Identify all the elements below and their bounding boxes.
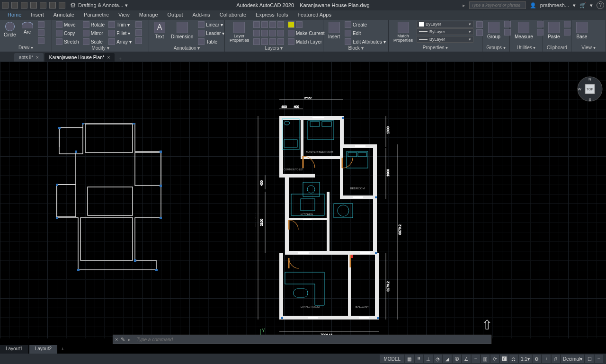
base-button[interactable]: Base xyxy=(574,21,589,40)
qat-save-icon[interactable] xyxy=(21,2,27,9)
copy-button[interactable]: Copy xyxy=(55,29,80,37)
close-icon[interactable]: × xyxy=(115,337,118,342)
cycling-toggle[interactable]: ⟳ xyxy=(490,355,499,363)
measure-button[interactable]: Measure xyxy=(513,21,535,40)
leader-button[interactable]: Leader▾ xyxy=(197,29,225,37)
match-button[interactable]: Match Properties xyxy=(392,21,415,44)
fillet-button[interactable]: Fillet▾ xyxy=(107,29,133,37)
exchange-icon[interactable]: ▾ xyxy=(573,2,576,9)
snap-toggle[interactable]: ⠿ xyxy=(415,355,423,363)
scale-button[interactable]: Scale xyxy=(82,38,106,45)
menu-addins[interactable]: Add-ins xyxy=(188,10,215,20)
menu-output[interactable]: Output xyxy=(163,10,188,20)
panel-layers-title[interactable]: Layers ▾ xyxy=(228,45,320,52)
cut-icon[interactable] xyxy=(564,21,570,27)
signin-icon[interactable]: 👤 xyxy=(530,2,536,9)
panel-annotation-title[interactable]: Annotation ▾ xyxy=(152,45,222,52)
array-button[interactable]: Array▾ xyxy=(107,38,133,45)
matchlayer-button[interactable]: Match Layer xyxy=(287,38,326,45)
lyr-c-icon[interactable] xyxy=(269,21,276,28)
cart-icon[interactable]: 🛒 xyxy=(579,2,586,9)
layer-combo[interactable] xyxy=(287,21,326,28)
lyr-i-icon[interactable] xyxy=(253,38,260,45)
ws-toggle[interactable]: ⚙ xyxy=(533,355,541,363)
lyr-l-icon[interactable] xyxy=(277,38,284,45)
polar-toggle[interactable]: ◔ xyxy=(434,355,442,363)
mirror-button[interactable]: Mirror xyxy=(82,29,106,37)
stretch-button[interactable]: Stretch xyxy=(55,38,80,45)
annomon-toggle[interactable]: 🅰 xyxy=(500,355,508,363)
ortho-toggle[interactable]: ⊥ xyxy=(424,355,433,363)
menu-home[interactable]: Home xyxy=(3,10,26,20)
move-button[interactable]: Move xyxy=(55,21,80,28)
lwt-toggle[interactable]: ≡ xyxy=(472,355,480,363)
lyr-f-icon[interactable] xyxy=(261,30,268,36)
lyr-h-icon[interactable] xyxy=(277,30,284,36)
otrack-toggle[interactable]: ∠ xyxy=(462,355,471,363)
circle-button[interactable]: Circle xyxy=(2,21,18,38)
add-tab-button[interactable]: + xyxy=(116,56,124,62)
makecurrent-button[interactable]: Make Current xyxy=(287,29,326,37)
drawing-canvas[interactable]: 5400 400 400 7096.11 11779.04 450 2100 8… xyxy=(0,62,606,338)
panel-groups-title[interactable]: Groups ▾ xyxy=(485,45,507,52)
lyr-a-icon[interactable] xyxy=(253,21,260,28)
menu-manage[interactable]: Manage xyxy=(134,10,163,20)
panel-view-title[interactable]: View ▾ xyxy=(574,45,603,52)
add-layout-button[interactable]: + xyxy=(58,345,67,354)
menu-annotate[interactable]: Annotate xyxy=(49,10,79,20)
wrench-icon[interactable]: ✎ xyxy=(121,337,125,343)
mod-misc-3[interactable] xyxy=(134,37,143,44)
tab-layout2[interactable]: Layout2 xyxy=(29,345,58,354)
draw-misc-3[interactable] xyxy=(37,37,45,44)
tab-layout1[interactable]: Layout1 xyxy=(0,345,28,354)
linetype-combo[interactable]: ByLayer▾ xyxy=(417,36,473,43)
qat-saveas-icon[interactable] xyxy=(30,2,37,9)
tab-karanjawane[interactable]: Karanjawane House Plan*× xyxy=(45,53,115,62)
customize-toggle[interactable]: ≡ xyxy=(595,355,603,363)
hw-toggle[interactable]: ⎙ xyxy=(552,355,560,363)
rotate-button[interactable]: Rotate xyxy=(82,21,106,28)
qat-plot-icon[interactable] xyxy=(40,2,46,9)
close-icon[interactable]: × xyxy=(36,55,39,60)
command-line[interactable]: × ✎ ▸_ xyxy=(113,335,491,344)
user-name[interactable]: prathmesh... xyxy=(540,2,569,8)
trim-button[interactable]: Trim▾ xyxy=(107,21,133,28)
annomon2-toggle[interactable]: + xyxy=(542,355,551,363)
tab-abts[interactable]: abts ii*× xyxy=(14,53,44,62)
linear-button[interactable]: Linear▾ xyxy=(197,21,225,28)
lineweight-combo[interactable]: ByLayer▾ xyxy=(417,28,473,35)
group-button[interactable]: Group xyxy=(485,21,502,40)
close-icon[interactable]: × xyxy=(107,55,110,60)
util-b-icon[interactable] xyxy=(537,29,544,36)
draw-misc-2[interactable] xyxy=(37,29,45,36)
bedit-button[interactable]: Edit xyxy=(344,29,387,37)
cleanscreen-toggle[interactable]: ☐ xyxy=(585,355,594,363)
command-input[interactable] xyxy=(137,337,489,342)
qat-undo-icon[interactable] xyxy=(49,2,56,9)
create-button[interactable]: Create xyxy=(344,21,387,28)
model-button[interactable]: MODEL xyxy=(380,355,404,363)
lyr-g-icon[interactable] xyxy=(269,30,276,36)
menu-insert[interactable]: Insert xyxy=(26,10,49,20)
menu-featured[interactable]: Featured Apps xyxy=(293,10,336,20)
paste-button[interactable]: Paste xyxy=(546,21,562,40)
qat-open-icon[interactable] xyxy=(11,2,18,9)
panel-block-title[interactable]: Block ▾ xyxy=(326,45,385,52)
viewcube[interactable]: TOP N S W xyxy=(577,76,603,102)
units-combo[interactable]: Decimal ▾ xyxy=(561,355,584,363)
panel-modify-title[interactable]: Modify ▾ xyxy=(55,45,146,52)
grid-toggle[interactable]: ▦ xyxy=(405,355,414,363)
mod-misc-2[interactable] xyxy=(134,29,143,36)
menu-parametric[interactable]: Parametric xyxy=(79,10,114,20)
osnap-toggle[interactable]: ⦿ xyxy=(453,355,461,363)
scale-combo[interactable]: 1:1 ▾ xyxy=(519,355,532,363)
dimension-button[interactable]: Dimension xyxy=(169,21,195,40)
panel-utilities-title[interactable]: Utilities ▾ xyxy=(513,45,540,52)
help-icon[interactable]: ? xyxy=(597,1,604,9)
chevron-down-icon[interactable]: ▾ xyxy=(590,2,593,9)
insert-button[interactable]: Insert xyxy=(326,21,342,40)
table-button[interactable]: Table xyxy=(197,38,225,45)
lyr-e-icon[interactable] xyxy=(253,30,260,36)
search-input[interactable] xyxy=(469,1,526,9)
editattr-button[interactable]: Edit Attributes▾ xyxy=(344,38,387,45)
